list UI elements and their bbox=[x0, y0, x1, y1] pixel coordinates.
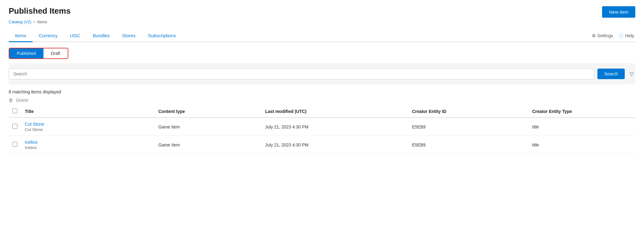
row-creator-entity-type: title bbox=[528, 118, 635, 136]
row-title-cell: Cut Stone Cut Stone bbox=[21, 118, 155, 136]
results-count: 8 matching items displayed bbox=[9, 89, 635, 94]
settings-label: Settings bbox=[597, 33, 613, 38]
breadcrumb-current: Items bbox=[37, 20, 47, 24]
item-subtitle: Icebox bbox=[25, 145, 151, 150]
search-input[interactable] bbox=[9, 68, 594, 79]
row-last-modified: July 21, 2023 4:30 PM bbox=[261, 118, 408, 136]
col-header-creator-entity-id: Creator Entity ID bbox=[408, 105, 528, 118]
tab-ugc[interactable]: UGC bbox=[64, 30, 87, 42]
tab-items[interactable]: Items bbox=[9, 30, 33, 42]
tab-currency[interactable]: Currency bbox=[33, 30, 64, 42]
item-subtitle: Cut Stone bbox=[25, 127, 151, 132]
page-title: Published Items bbox=[9, 6, 70, 16]
draft-toggle-button[interactable]: Draft bbox=[43, 48, 68, 58]
row-content-type: Game Item bbox=[155, 118, 261, 136]
items-table: Title Content type Last modified (UTC) C… bbox=[9, 105, 635, 154]
search-button[interactable]: Search bbox=[597, 69, 625, 79]
help-icon bbox=[619, 33, 624, 38]
breadcrumb: Catalog (V2) > Items bbox=[9, 20, 635, 24]
toggle-section: Published Draft bbox=[9, 42, 635, 63]
table-row: Cut Stone Cut Stone Game Item July 21, 2… bbox=[9, 118, 635, 136]
tabs-right: Settings Help bbox=[592, 33, 635, 38]
row-title-cell: Icebox Icebox bbox=[21, 136, 155, 154]
tab-bundles[interactable]: Bundles bbox=[87, 30, 116, 42]
help-label: Help bbox=[625, 33, 634, 38]
filter-button[interactable]: ▽ bbox=[628, 70, 635, 79]
row-checkbox[interactable] bbox=[12, 142, 17, 147]
new-item-button[interactable]: New item bbox=[602, 6, 635, 18]
select-all-checkbox[interactable] bbox=[12, 108, 17, 113]
breadcrumb-separator: > bbox=[33, 20, 35, 24]
row-checkbox[interactable] bbox=[12, 124, 17, 129]
delete-label[interactable]: Delete bbox=[16, 98, 28, 103]
row-creator-entity-id: E5EB9 bbox=[408, 118, 528, 136]
delete-row: Delete bbox=[9, 97, 635, 103]
tabs-left: Items Currency UGC Bundles Stores Subscr… bbox=[9, 30, 182, 42]
table-row: Icebox Icebox Game Item July 21, 2023 4:… bbox=[9, 136, 635, 154]
help-link[interactable]: Help bbox=[619, 33, 634, 38]
search-bar-section: Search ▽ bbox=[9, 63, 635, 84]
filter-icon: ▽ bbox=[630, 71, 633, 77]
row-checkbox-cell bbox=[9, 136, 21, 154]
row-content-type: Game Item bbox=[155, 136, 261, 154]
trash-icon bbox=[9, 97, 13, 103]
col-header-last-modified: Last modified (UTC) bbox=[261, 105, 408, 118]
gear-icon bbox=[592, 33, 596, 38]
row-creator-entity-id: E5EB9 bbox=[408, 136, 528, 154]
col-header-title: Title bbox=[21, 105, 155, 118]
published-toggle-button[interactable]: Published bbox=[9, 48, 43, 58]
row-last-modified: July 21, 2023 4:30 PM bbox=[261, 136, 408, 154]
item-title-link[interactable]: Cut Stone bbox=[25, 122, 151, 127]
table-body: Cut Stone Cut Stone Game Item July 21, 2… bbox=[9, 118, 635, 154]
item-title-link[interactable]: Icebox bbox=[25, 140, 151, 145]
row-creator-entity-type: title bbox=[528, 136, 635, 154]
col-header-creator-entity-type: Creator Entity Type bbox=[528, 105, 635, 118]
breadcrumb-parent[interactable]: Catalog (V2) bbox=[9, 20, 31, 24]
tabs-bar: Items Currency UGC Bundles Stores Subscr… bbox=[9, 30, 635, 42]
tab-subscriptions[interactable]: Subscriptions bbox=[142, 30, 182, 42]
col-header-content-type: Content type bbox=[155, 105, 261, 118]
table-header: Title Content type Last modified (UTC) C… bbox=[9, 105, 635, 118]
status-toggle: Published Draft bbox=[9, 48, 68, 59]
header-checkbox-col bbox=[9, 105, 21, 118]
row-checkbox-cell bbox=[9, 118, 21, 136]
tab-stores[interactable]: Stores bbox=[116, 30, 142, 42]
settings-link[interactable]: Settings bbox=[592, 33, 613, 38]
